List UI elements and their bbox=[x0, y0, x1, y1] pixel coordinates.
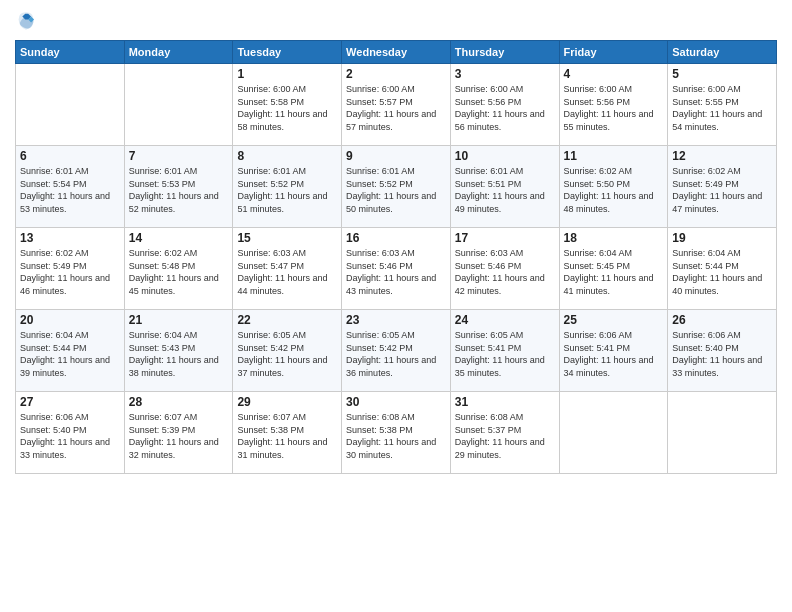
day-number: 28 bbox=[129, 395, 229, 409]
week-row-1: 1Sunrise: 6:00 AM Sunset: 5:58 PM Daylig… bbox=[16, 64, 777, 146]
day-info: Sunrise: 6:02 AM Sunset: 5:48 PM Dayligh… bbox=[129, 247, 229, 297]
day-info: Sunrise: 6:05 AM Sunset: 5:42 PM Dayligh… bbox=[346, 329, 446, 379]
day-info: Sunrise: 6:03 AM Sunset: 5:46 PM Dayligh… bbox=[455, 247, 555, 297]
day-number: 27 bbox=[20, 395, 120, 409]
week-row-2: 6Sunrise: 6:01 AM Sunset: 5:54 PM Daylig… bbox=[16, 146, 777, 228]
day-info: Sunrise: 6:05 AM Sunset: 5:42 PM Dayligh… bbox=[237, 329, 337, 379]
day-cell: 11Sunrise: 6:02 AM Sunset: 5:50 PM Dayli… bbox=[559, 146, 668, 228]
day-cell: 23Sunrise: 6:05 AM Sunset: 5:42 PM Dayli… bbox=[342, 310, 451, 392]
day-number: 21 bbox=[129, 313, 229, 327]
day-number: 3 bbox=[455, 67, 555, 81]
day-number: 6 bbox=[20, 149, 120, 163]
day-number: 23 bbox=[346, 313, 446, 327]
day-cell: 24Sunrise: 6:05 AM Sunset: 5:41 PM Dayli… bbox=[450, 310, 559, 392]
day-cell: 18Sunrise: 6:04 AM Sunset: 5:45 PM Dayli… bbox=[559, 228, 668, 310]
day-info: Sunrise: 6:05 AM Sunset: 5:41 PM Dayligh… bbox=[455, 329, 555, 379]
day-cell bbox=[16, 64, 125, 146]
day-number: 24 bbox=[455, 313, 555, 327]
weekday-thursday: Thursday bbox=[450, 41, 559, 64]
day-number: 19 bbox=[672, 231, 772, 245]
day-cell: 21Sunrise: 6:04 AM Sunset: 5:43 PM Dayli… bbox=[124, 310, 233, 392]
day-cell: 13Sunrise: 6:02 AM Sunset: 5:49 PM Dayli… bbox=[16, 228, 125, 310]
day-cell: 20Sunrise: 6:04 AM Sunset: 5:44 PM Dayli… bbox=[16, 310, 125, 392]
day-number: 9 bbox=[346, 149, 446, 163]
day-cell: 28Sunrise: 6:07 AM Sunset: 5:39 PM Dayli… bbox=[124, 392, 233, 474]
day-info: Sunrise: 6:02 AM Sunset: 5:50 PM Dayligh… bbox=[564, 165, 664, 215]
day-number: 20 bbox=[20, 313, 120, 327]
day-cell: 7Sunrise: 6:01 AM Sunset: 5:53 PM Daylig… bbox=[124, 146, 233, 228]
day-info: Sunrise: 6:00 AM Sunset: 5:57 PM Dayligh… bbox=[346, 83, 446, 133]
day-number: 10 bbox=[455, 149, 555, 163]
calendar-table: SundayMondayTuesdayWednesdayThursdayFrid… bbox=[15, 40, 777, 474]
day-cell: 2Sunrise: 6:00 AM Sunset: 5:57 PM Daylig… bbox=[342, 64, 451, 146]
day-number: 30 bbox=[346, 395, 446, 409]
day-info: Sunrise: 6:04 AM Sunset: 5:44 PM Dayligh… bbox=[672, 247, 772, 297]
logo-icon bbox=[15, 10, 37, 32]
day-cell: 6Sunrise: 6:01 AM Sunset: 5:54 PM Daylig… bbox=[16, 146, 125, 228]
day-number: 15 bbox=[237, 231, 337, 245]
weekday-header-row: SundayMondayTuesdayWednesdayThursdayFrid… bbox=[16, 41, 777, 64]
day-info: Sunrise: 6:03 AM Sunset: 5:46 PM Dayligh… bbox=[346, 247, 446, 297]
day-info: Sunrise: 6:01 AM Sunset: 5:54 PM Dayligh… bbox=[20, 165, 120, 215]
day-number: 25 bbox=[564, 313, 664, 327]
weekday-monday: Monday bbox=[124, 41, 233, 64]
weekday-wednesday: Wednesday bbox=[342, 41, 451, 64]
day-cell: 29Sunrise: 6:07 AM Sunset: 5:38 PM Dayli… bbox=[233, 392, 342, 474]
day-cell: 5Sunrise: 6:00 AM Sunset: 5:55 PM Daylig… bbox=[668, 64, 777, 146]
day-number: 12 bbox=[672, 149, 772, 163]
day-info: Sunrise: 6:06 AM Sunset: 5:41 PM Dayligh… bbox=[564, 329, 664, 379]
day-info: Sunrise: 6:00 AM Sunset: 5:55 PM Dayligh… bbox=[672, 83, 772, 133]
day-info: Sunrise: 6:02 AM Sunset: 5:49 PM Dayligh… bbox=[20, 247, 120, 297]
day-number: 5 bbox=[672, 67, 772, 81]
day-cell: 12Sunrise: 6:02 AM Sunset: 5:49 PM Dayli… bbox=[668, 146, 777, 228]
day-info: Sunrise: 6:08 AM Sunset: 5:38 PM Dayligh… bbox=[346, 411, 446, 461]
week-row-5: 27Sunrise: 6:06 AM Sunset: 5:40 PM Dayli… bbox=[16, 392, 777, 474]
day-number: 18 bbox=[564, 231, 664, 245]
day-cell: 14Sunrise: 6:02 AM Sunset: 5:48 PM Dayli… bbox=[124, 228, 233, 310]
day-number: 17 bbox=[455, 231, 555, 245]
day-cell: 10Sunrise: 6:01 AM Sunset: 5:51 PM Dayli… bbox=[450, 146, 559, 228]
day-cell bbox=[124, 64, 233, 146]
logo bbox=[15, 10, 41, 32]
day-number: 1 bbox=[237, 67, 337, 81]
day-number: 8 bbox=[237, 149, 337, 163]
day-cell: 17Sunrise: 6:03 AM Sunset: 5:46 PM Dayli… bbox=[450, 228, 559, 310]
day-cell: 1Sunrise: 6:00 AM Sunset: 5:58 PM Daylig… bbox=[233, 64, 342, 146]
day-info: Sunrise: 6:04 AM Sunset: 5:43 PM Dayligh… bbox=[129, 329, 229, 379]
day-number: 22 bbox=[237, 313, 337, 327]
weekday-saturday: Saturday bbox=[668, 41, 777, 64]
day-number: 29 bbox=[237, 395, 337, 409]
day-cell: 19Sunrise: 6:04 AM Sunset: 5:44 PM Dayli… bbox=[668, 228, 777, 310]
weekday-tuesday: Tuesday bbox=[233, 41, 342, 64]
day-cell: 30Sunrise: 6:08 AM Sunset: 5:38 PM Dayli… bbox=[342, 392, 451, 474]
day-info: Sunrise: 6:01 AM Sunset: 5:52 PM Dayligh… bbox=[237, 165, 337, 215]
week-row-3: 13Sunrise: 6:02 AM Sunset: 5:49 PM Dayli… bbox=[16, 228, 777, 310]
day-info: Sunrise: 6:06 AM Sunset: 5:40 PM Dayligh… bbox=[20, 411, 120, 461]
day-cell: 26Sunrise: 6:06 AM Sunset: 5:40 PM Dayli… bbox=[668, 310, 777, 392]
week-row-4: 20Sunrise: 6:04 AM Sunset: 5:44 PM Dayli… bbox=[16, 310, 777, 392]
day-info: Sunrise: 6:04 AM Sunset: 5:45 PM Dayligh… bbox=[564, 247, 664, 297]
day-info: Sunrise: 6:00 AM Sunset: 5:58 PM Dayligh… bbox=[237, 83, 337, 133]
day-info: Sunrise: 6:07 AM Sunset: 5:39 PM Dayligh… bbox=[129, 411, 229, 461]
day-cell: 25Sunrise: 6:06 AM Sunset: 5:41 PM Dayli… bbox=[559, 310, 668, 392]
weekday-sunday: Sunday bbox=[16, 41, 125, 64]
weekday-friday: Friday bbox=[559, 41, 668, 64]
day-cell: 15Sunrise: 6:03 AM Sunset: 5:47 PM Dayli… bbox=[233, 228, 342, 310]
day-info: Sunrise: 6:00 AM Sunset: 5:56 PM Dayligh… bbox=[564, 83, 664, 133]
day-info: Sunrise: 6:01 AM Sunset: 5:52 PM Dayligh… bbox=[346, 165, 446, 215]
day-info: Sunrise: 6:08 AM Sunset: 5:37 PM Dayligh… bbox=[455, 411, 555, 461]
day-cell: 16Sunrise: 6:03 AM Sunset: 5:46 PM Dayli… bbox=[342, 228, 451, 310]
day-info: Sunrise: 6:01 AM Sunset: 5:51 PM Dayligh… bbox=[455, 165, 555, 215]
day-info: Sunrise: 6:00 AM Sunset: 5:56 PM Dayligh… bbox=[455, 83, 555, 133]
day-number: 14 bbox=[129, 231, 229, 245]
day-number: 2 bbox=[346, 67, 446, 81]
day-cell bbox=[668, 392, 777, 474]
day-cell: 8Sunrise: 6:01 AM Sunset: 5:52 PM Daylig… bbox=[233, 146, 342, 228]
day-number: 4 bbox=[564, 67, 664, 81]
day-number: 7 bbox=[129, 149, 229, 163]
day-number: 26 bbox=[672, 313, 772, 327]
day-number: 11 bbox=[564, 149, 664, 163]
day-info: Sunrise: 6:04 AM Sunset: 5:44 PM Dayligh… bbox=[20, 329, 120, 379]
day-info: Sunrise: 6:06 AM Sunset: 5:40 PM Dayligh… bbox=[672, 329, 772, 379]
day-cell: 4Sunrise: 6:00 AM Sunset: 5:56 PM Daylig… bbox=[559, 64, 668, 146]
